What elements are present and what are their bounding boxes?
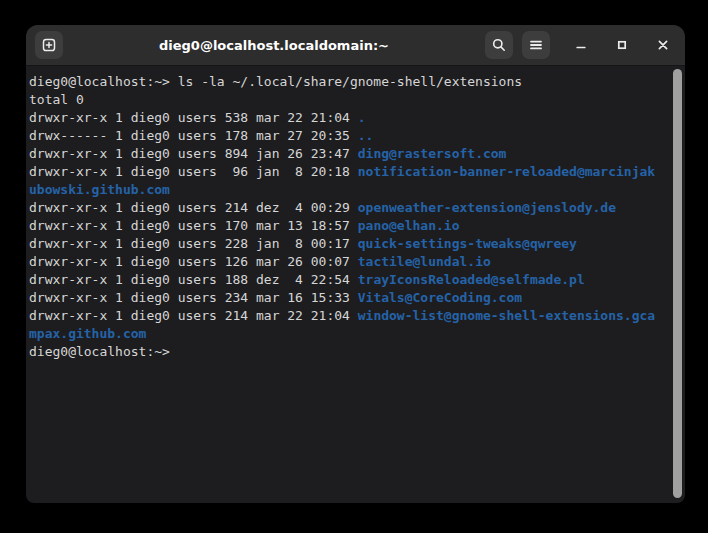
terminal-line: drwxr-xr-x 1 dieg0 users 894 jan 26 23:4… — [29, 145, 671, 163]
terminal-text: drwx------ 1 dieg0 users 178 mar 27 20:3… — [29, 128, 358, 143]
search-button[interactable] — [485, 31, 513, 59]
terminal-line: drwxr-xr-x 1 dieg0 users 126 mar 26 00:0… — [29, 253, 671, 271]
search-icon — [491, 37, 507, 53]
terminal-screen[interactable]: dieg0@localhost:~> ls -la ~/.local/share… — [26, 66, 685, 503]
new-tab-icon — [41, 37, 57, 53]
terminal-text: drwxr-xr-x 1 dieg0 users 170 mar 13 18:5… — [29, 218, 358, 233]
terminal-line: drwxr-xr-x 1 dieg0 users 214 dez 4 00:29… — [29, 199, 671, 217]
terminal-text: drwxr-xr-x 1 dieg0 users 96 jan 8 20:18 — [29, 164, 358, 179]
terminal-text: drwxr-xr-x 1 dieg0 users 538 mar 22 21:0… — [29, 110, 358, 125]
terminal-line: drwxr-xr-x 1 dieg0 users 170 mar 13 18:5… — [29, 217, 671, 235]
terminal-line: dieg0@localhost:~> — [29, 343, 671, 361]
terminal-window: dieg0@localhost.localdomain:~ — [26, 25, 685, 503]
minimize-button[interactable] — [570, 34, 592, 56]
hamburger-menu-icon — [528, 37, 544, 53]
terminal-text: total 0 — [29, 92, 84, 107]
terminal-text: drwxr-xr-x 1 dieg0 users 214 mar 22 21:0… — [29, 308, 358, 323]
terminal-line: drwx------ 1 dieg0 users 178 mar 27 20:3… — [29, 127, 671, 145]
directory-name: .. — [358, 128, 374, 143]
directory-name: notification-banner-reloaded@marcinjak — [358, 164, 655, 179]
directory-name: . — [358, 110, 366, 125]
terminal-text: drwxr-xr-x 1 dieg0 users 126 mar 26 00:0… — [29, 254, 358, 269]
maximize-button[interactable] — [611, 34, 633, 56]
maximize-icon — [615, 38, 629, 52]
menu-button[interactable] — [522, 31, 550, 59]
terminal-line: drwxr-xr-x 1 dieg0 users 538 mar 22 21:0… — [29, 109, 671, 127]
directory-name: ding@rastersoft.com — [358, 146, 507, 161]
scrollbar[interactable] — [673, 68, 682, 500]
directory-name: ubowski.github.com — [29, 182, 170, 197]
close-button[interactable] — [652, 34, 674, 56]
directory-name: pano@elhan.io — [358, 218, 460, 233]
close-icon — [656, 38, 670, 52]
terminal-text: drwxr-xr-x 1 dieg0 users 234 mar 16 15:3… — [29, 290, 358, 305]
terminal-line: total 0 — [29, 91, 671, 109]
terminal-line: drwxr-xr-x 1 dieg0 users 96 jan 8 20:18 … — [29, 163, 671, 181]
terminal-line: drwxr-xr-x 1 dieg0 users 234 mar 16 15:3… — [29, 289, 671, 307]
terminal-line: drwxr-xr-x 1 dieg0 users 228 jan 8 00:17… — [29, 235, 671, 253]
new-tab-button[interactable] — [35, 31, 63, 59]
directory-name: tactile@lundal.io — [358, 254, 491, 269]
terminal-text: drwxr-xr-x 1 dieg0 users 188 dez 4 22:54 — [29, 272, 358, 287]
window-title: dieg0@localhost.localdomain:~ — [63, 38, 485, 53]
terminal-text: dieg0@localhost:~> — [29, 344, 170, 359]
terminal-line: drwxr-xr-x 1 dieg0 users 214 mar 22 21:0… — [29, 307, 671, 325]
directory-name: window-list@gnome-shell-extensions.gca — [358, 308, 655, 323]
directory-name: quick-settings-tweaks@qwreey — [358, 236, 577, 251]
terminal-line: dieg0@localhost:~> ls -la ~/.local/share… — [29, 73, 671, 91]
terminal-text: dieg0@localhost:~> ls -la ~/.local/share… — [29, 74, 522, 89]
directory-name: Vitals@CoreCoding.com — [358, 290, 522, 305]
terminal-line: drwxr-xr-x 1 dieg0 users 188 dez 4 22:54… — [29, 271, 671, 289]
terminal-text: drwxr-xr-x 1 dieg0 users 228 jan 8 00:17 — [29, 236, 358, 251]
minimize-icon — [574, 38, 588, 52]
terminal-text: drwxr-xr-x 1 dieg0 users 214 dez 4 00:29 — [29, 200, 358, 215]
scrollbar-thumb[interactable] — [673, 69, 682, 498]
titlebar: dieg0@localhost.localdomain:~ — [26, 25, 685, 66]
directory-name: mpax.github.com — [29, 326, 146, 341]
terminal-text: drwxr-xr-x 1 dieg0 users 894 jan 26 23:4… — [29, 146, 358, 161]
directory-name: trayIconsReloaded@selfmade.pl — [358, 272, 585, 287]
terminal-line: mpax.github.com — [29, 325, 671, 343]
directory-name: openweather-extension@jenslody.de — [358, 200, 616, 215]
terminal-line: ubowski.github.com — [29, 181, 671, 199]
